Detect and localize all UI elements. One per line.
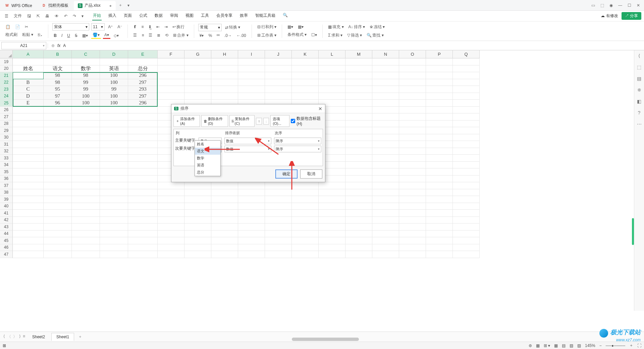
cell[interactable] bbox=[292, 210, 319, 217]
number-format-select[interactable]: 常规▾ bbox=[198, 24, 222, 31]
panel-chart-icon[interactable]: ▤ bbox=[637, 76, 641, 81]
cell[interactable] bbox=[453, 210, 480, 217]
cell[interactable] bbox=[372, 182, 399, 189]
cell[interactable] bbox=[372, 65, 399, 72]
cell[interactable] bbox=[399, 189, 426, 196]
cell[interactable] bbox=[184, 231, 211, 238]
tab-tools[interactable]: 工具 bbox=[200, 11, 210, 20]
cell[interactable] bbox=[372, 120, 399, 128]
cube-icon[interactable]: ⬚ bbox=[600, 3, 604, 8]
cell[interactable] bbox=[238, 210, 265, 217]
cell[interactable] bbox=[265, 223, 292, 231]
column-header[interactable]: A bbox=[13, 50, 44, 58]
column-header[interactable]: C bbox=[72, 50, 100, 58]
cell[interactable] bbox=[319, 86, 345, 93]
cell[interactable] bbox=[345, 100, 372, 107]
cell[interactable] bbox=[44, 196, 72, 203]
cell[interactable] bbox=[100, 58, 128, 65]
name-box[interactable]: A21▾ bbox=[1, 42, 46, 49]
cell[interactable] bbox=[184, 210, 211, 217]
cell[interactable] bbox=[345, 244, 372, 251]
cell[interactable]: 293 bbox=[128, 86, 158, 93]
cell[interactable] bbox=[158, 189, 184, 196]
cell[interactable] bbox=[265, 203, 292, 210]
filter-button[interactable]: ▽ 筛选 ▾ bbox=[346, 32, 363, 39]
cell[interactable] bbox=[128, 210, 158, 217]
cell[interactable] bbox=[184, 237, 211, 244]
cell[interactable] bbox=[211, 251, 238, 258]
tab-member[interactable]: 会员专享 bbox=[216, 11, 233, 20]
cell[interactable] bbox=[238, 223, 265, 231]
fill-button[interactable]: ▦ 填充 ▾ bbox=[327, 23, 345, 31]
cell[interactable] bbox=[399, 196, 426, 203]
cell[interactable] bbox=[265, 231, 292, 238]
cell[interactable] bbox=[372, 237, 399, 244]
cell[interactable] bbox=[399, 100, 426, 107]
view-full-icon[interactable]: ▨ bbox=[577, 343, 581, 348]
cell[interactable] bbox=[292, 196, 319, 203]
row-header[interactable]: 28 bbox=[0, 120, 13, 128]
cell[interactable] bbox=[72, 148, 100, 155]
cell[interactable] bbox=[399, 79, 426, 86]
cell[interactable] bbox=[13, 107, 44, 114]
zoom-out-icon[interactable]: − bbox=[599, 343, 602, 348]
highlight-icon[interactable]: ◇▾ bbox=[112, 33, 120, 39]
cell-style-icon[interactable]: ▦▾ bbox=[297, 24, 305, 30]
add-sheet-button[interactable]: ＋ bbox=[75, 334, 85, 340]
cell[interactable] bbox=[13, 231, 44, 238]
cell[interactable]: 99 bbox=[72, 86, 100, 93]
cell[interactable]: 99 bbox=[100, 86, 128, 93]
cell[interactable] bbox=[128, 237, 158, 244]
cell[interactable] bbox=[211, 65, 238, 72]
cell[interactable] bbox=[13, 182, 44, 189]
cell[interactable] bbox=[426, 113, 453, 120]
cell[interactable] bbox=[211, 217, 238, 224]
copy-icon[interactable]: ⎘▾ bbox=[37, 32, 44, 38]
cell[interactable]: B bbox=[13, 79, 44, 86]
cell[interactable] bbox=[426, 217, 453, 224]
cell[interactable]: 100 bbox=[100, 72, 128, 79]
cell[interactable] bbox=[158, 196, 184, 203]
cell[interactable] bbox=[265, 244, 292, 251]
cell[interactable] bbox=[453, 155, 480, 162]
cell[interactable] bbox=[426, 176, 453, 183]
cell[interactable] bbox=[453, 231, 480, 238]
cell[interactable] bbox=[426, 100, 453, 107]
cell[interactable] bbox=[211, 203, 238, 210]
sheet-first-icon[interactable]: ⟨ bbox=[3, 334, 6, 340]
cell[interactable] bbox=[426, 72, 453, 79]
cell[interactable] bbox=[128, 113, 158, 120]
cell[interactable] bbox=[211, 72, 238, 79]
cell[interactable] bbox=[453, 100, 480, 107]
dropdown-icon[interactable]: ▾ bbox=[79, 12, 86, 20]
cell[interactable] bbox=[184, 65, 211, 72]
column-header[interactable]: J bbox=[265, 50, 292, 58]
cell[interactable] bbox=[345, 141, 372, 148]
dropdown-item[interactable]: 英语 bbox=[195, 162, 220, 169]
tab-view[interactable]: 视图 bbox=[185, 11, 194, 20]
search-icon[interactable]: 🔍 bbox=[282, 11, 288, 20]
cell[interactable] bbox=[184, 203, 211, 210]
decrease-font-icon[interactable]: A⁻ bbox=[116, 24, 123, 30]
dialog-titlebar[interactable]: S 排序 ✕ bbox=[171, 104, 325, 113]
cell[interactable] bbox=[453, 58, 480, 65]
cell[interactable] bbox=[453, 72, 480, 79]
cell[interactable] bbox=[100, 155, 128, 162]
cell[interactable] bbox=[292, 93, 319, 100]
cell[interactable] bbox=[345, 182, 372, 189]
cell[interactable] bbox=[128, 251, 158, 258]
cell[interactable] bbox=[372, 244, 399, 251]
dropdown-item[interactable]: 数学 bbox=[195, 155, 220, 162]
cell[interactable] bbox=[128, 155, 158, 162]
cell[interactable] bbox=[13, 251, 44, 258]
zoom-slider[interactable]: ──●──── bbox=[606, 343, 625, 348]
cell[interactable] bbox=[345, 79, 372, 86]
cell[interactable] bbox=[426, 210, 453, 217]
column-header[interactable]: M bbox=[345, 50, 372, 58]
wrap-text[interactable]: ↩ 换行 bbox=[171, 23, 186, 31]
cell[interactable] bbox=[72, 127, 100, 134]
cell[interactable] bbox=[128, 217, 158, 224]
cell[interactable]: 数学 bbox=[72, 65, 100, 72]
cell[interactable] bbox=[345, 251, 372, 258]
dropdown-item[interactable]: 总分 bbox=[195, 169, 220, 176]
